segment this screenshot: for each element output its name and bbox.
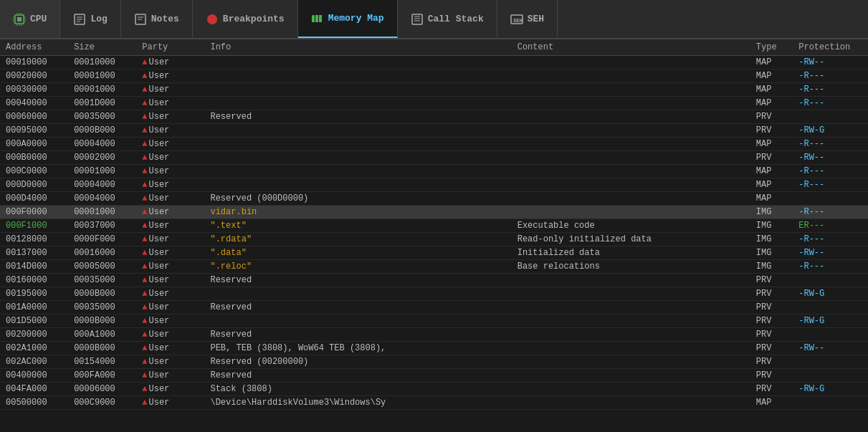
cell-content [512, 355, 750, 369]
col-header-type[interactable]: Type [750, 39, 793, 56]
cell-content [512, 369, 750, 383]
cell-protection [793, 396, 868, 410]
tab-memory-map[interactable]: Memory Map [298, 0, 398, 38]
cell-content: Base relocations [512, 260, 750, 274]
cell-protection: -RW-G [793, 383, 868, 396]
cell-info [204, 315, 511, 328]
party-icon: ▲ [142, 398, 147, 408]
table-row[interactable]: 000950000000B000▲UserPRV-RW-G [0, 124, 868, 138]
table-row[interactable]: 000A000000004000▲UserMAP-R--- [0, 138, 868, 151]
party-icon: ▲ [142, 112, 147, 122]
cell-size: 00004000 [68, 192, 136, 206]
cell-info [204, 56, 511, 69]
table-row[interactable]: 00400000000FA000▲UserReservedPRV [0, 369, 868, 383]
table-row[interactable]: 000B000000002000▲UserPRV-RW-- [0, 151, 868, 165]
cell-party: ▲User [136, 97, 204, 110]
party-icon: ▲ [142, 316, 147, 326]
cell-party: ▲User [136, 219, 204, 233]
cell-address: 000F0000 [0, 206, 68, 219]
cell-address: 00095000 [0, 124, 68, 138]
party-icon: ▲ [142, 85, 147, 95]
col-header-size[interactable]: Size [68, 39, 136, 56]
party-icon: ▲ [142, 234, 147, 244]
table-row[interactable]: 004FA00000006000▲UserStack (3808)PRV-RW-… [0, 383, 868, 396]
tab-log[interactable]: Log [60, 0, 120, 38]
party-icon: ▲ [142, 71, 147, 81]
cell-protection [793, 328, 868, 342]
party-icon: ▲ [142, 357, 147, 367]
table-row[interactable]: 00200000000A1000▲UserReservedPRV [0, 328, 868, 342]
party-icon: ▲ [142, 125, 147, 135]
cell-size: 0000B000 [68, 315, 136, 328]
party-icon: ▲ [142, 370, 147, 380]
cell-address: 000F1000 [0, 219, 68, 233]
cell-content [512, 192, 750, 206]
cell-size: 00002000 [68, 151, 136, 165]
log-icon [73, 13, 86, 26]
cell-party: ▲User [136, 69, 204, 83]
cell-type: PRV [750, 124, 793, 138]
cell-party: ▲User [136, 260, 204, 274]
col-header-address[interactable]: Address [0, 39, 68, 56]
tab-cpu[interactable]: CPU [0, 0, 60, 38]
cell-address: 00040000 [0, 97, 68, 110]
cell-size: 00001000 [68, 69, 136, 83]
table-row[interactable]: 000D400000004000▲UserReserved (000D0000)… [0, 192, 868, 206]
cell-info: ".rdata" [204, 233, 511, 246]
cell-info [204, 178, 511, 192]
cell-protection: -R--- [793, 260, 868, 274]
table-row[interactable]: 001280000000F000▲User".rdata"Read-only i… [0, 233, 868, 246]
tab-seh[interactable]: SEH SEH [497, 0, 558, 38]
cell-protection: -R--- [793, 165, 868, 178]
cell-type: PRV [750, 315, 793, 328]
table-row[interactable]: 002A10000000B000▲UserPEB, TEB (3808), Wo… [0, 342, 868, 355]
cell-address: 000D0000 [0, 178, 68, 192]
table-row[interactable]: 000D000000004000▲UserMAP-R--- [0, 178, 868, 192]
cell-protection [793, 301, 868, 315]
table-row[interactable]: 0002000000001000▲UserMAP-R--- [0, 69, 868, 83]
cell-party: ▲User [136, 192, 204, 206]
table-row[interactable]: 000C000000001000▲UserMAP-R--- [0, 165, 868, 178]
cell-protection: -R--- [793, 178, 868, 192]
table-row[interactable]: 001D50000000B000▲UserPRV-RW-G [0, 315, 868, 328]
table-row[interactable]: 0001000000010000▲UserMAP-RW-- [0, 56, 868, 69]
table-row[interactable]: 0006000000035000▲UserReservedPRV [0, 110, 868, 124]
cell-party: ▲User [136, 110, 204, 124]
cell-party: ▲User [136, 301, 204, 315]
table-row[interactable]: 0016000000035000▲UserReservedPRV [0, 274, 868, 287]
tab-breakpoints[interactable]: Breakpoints [193, 0, 298, 38]
cell-size: 00154000 [68, 355, 136, 369]
tab-call-stack[interactable]: Call Stack [398, 0, 497, 38]
table-row[interactable]: 00500000000C9000▲User\Device\HarddiskVol… [0, 396, 868, 410]
cell-party: ▲User [136, 355, 204, 369]
cell-type: PRV [750, 287, 793, 301]
col-header-party[interactable]: Party [136, 39, 204, 56]
tab-log-label: Log [90, 14, 107, 24]
table-row[interactable]: 0003000000001000▲UserMAP-R--- [0, 83, 868, 97]
cell-address: 00500000 [0, 396, 68, 410]
col-header-info[interactable]: Info [204, 39, 511, 56]
col-header-protection[interactable]: Protection [793, 39, 868, 56]
col-header-content[interactable]: Content [512, 39, 750, 56]
tab-notes[interactable]: Notes [121, 0, 193, 38]
table-row[interactable]: 000F000000001000▲Uservidar.binIMG-R--- [0, 206, 868, 219]
cell-type: MAP [750, 192, 793, 206]
cell-type: IMG [750, 206, 793, 219]
table-row[interactable]: 002AC00000154000▲UserReserved (00200000)… [0, 355, 868, 369]
table-row[interactable]: 000400000001D000▲UserMAP-R--- [0, 97, 868, 110]
table-row[interactable]: 000F100000037000▲User".text"Executable c… [0, 219, 868, 233]
cell-content [512, 301, 750, 315]
cell-content [512, 83, 750, 97]
cell-party: ▲User [136, 138, 204, 151]
cell-address: 00200000 [0, 328, 68, 342]
cell-size: 000C9000 [68, 396, 136, 410]
cell-type: MAP [750, 165, 793, 178]
cell-content [512, 178, 750, 192]
cell-party: ▲User [136, 369, 204, 383]
table-row[interactable]: 001A000000035000▲UserReservedPRV [0, 301, 868, 315]
table-row[interactable]: 001950000000B000▲UserPRV-RW-G [0, 287, 868, 301]
cell-content: Read-only initialized data [512, 233, 750, 246]
table-row[interactable]: 0013700000016000▲User".data"Initialized … [0, 246, 868, 260]
table-row[interactable]: 0014D00000005000▲User".reloc"Base reloca… [0, 260, 868, 274]
cell-address: 00137000 [0, 246, 68, 260]
